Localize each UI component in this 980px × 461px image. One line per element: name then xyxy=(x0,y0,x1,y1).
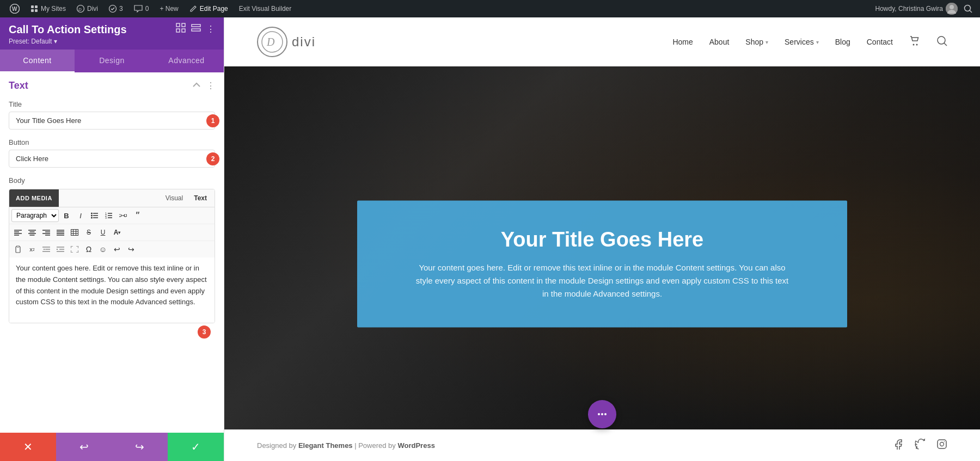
cta-module[interactable]: Your Title Goes Here Your content goes h… xyxy=(357,200,847,327)
editor-toolbar-row-3: x2 Ω ☺ ↩ ↪ xyxy=(9,241,215,257)
fab-button[interactable] xyxy=(588,400,616,428)
table-button[interactable] xyxy=(68,226,81,239)
exit-builder-item[interactable]: Exit Visual Builder xyxy=(234,0,297,17)
admin-avatar xyxy=(946,3,958,15)
svg-rect-4 xyxy=(31,9,34,12)
title-field-group: Title 1 xyxy=(0,96,224,134)
svg-point-68 xyxy=(604,413,607,415)
site-preview: D divi Home About Shop ▾ Services ▾ Blog… xyxy=(224,17,980,461)
indent-increase-button[interactable] xyxy=(54,243,67,256)
superscript-button[interactable]: x2 xyxy=(26,243,39,256)
button-input[interactable] xyxy=(9,150,215,168)
svg-text:3.: 3. xyxy=(105,216,107,219)
emoji-button[interactable]: ☺ xyxy=(96,243,109,256)
button-field-label: Button xyxy=(9,138,215,146)
divi-item[interactable]: D Divi xyxy=(71,0,103,17)
save-button[interactable]: ✓ xyxy=(168,433,224,461)
logo-circle: D xyxy=(257,27,287,57)
ordered-list-button[interactable]: 1.2.3. xyxy=(102,209,115,222)
site-search-icon[interactable] xyxy=(936,35,947,49)
undo-editor-button[interactable]: ↩ xyxy=(111,243,124,256)
tab-visual[interactable]: Visual xyxy=(160,192,188,204)
add-media-button[interactable]: ADD MEDIA xyxy=(9,189,59,207)
special-char-button[interactable]: Ω xyxy=(82,243,95,256)
fullscreen-editor-button[interactable] xyxy=(68,243,81,256)
new-label: + New xyxy=(160,5,178,13)
unordered-list-button[interactable] xyxy=(88,209,101,222)
title-input[interactable] xyxy=(9,112,215,130)
admin-bar-left: W My Sites D Divi 3 0 + New Edit Page Ex… xyxy=(4,0,875,17)
nav-contact[interactable]: Contact xyxy=(867,38,893,46)
svg-point-62 xyxy=(913,44,915,45)
svg-rect-15 xyxy=(176,29,180,32)
panel-preset[interactable]: Preset: Default ▾ xyxy=(9,38,127,45)
paste-text-button[interactable] xyxy=(11,243,24,256)
nav-services[interactable]: Services ▾ xyxy=(785,38,819,46)
text-color-button[interactable]: A▾ xyxy=(111,226,124,239)
site-logo: D divi xyxy=(257,27,316,57)
site-footer: Designed by Elegant Themes | Powered by … xyxy=(224,429,980,461)
tab-content[interactable]: Content xyxy=(0,50,75,72)
section-more-icon[interactable]: ⋮ xyxy=(206,81,215,91)
redo-editor-button[interactable]: ↪ xyxy=(125,243,138,256)
body-editor-content[interactable]: Your content goes here. Edit or remove t… xyxy=(9,257,215,323)
italic-button[interactable]: I xyxy=(74,209,87,222)
editor-toolbar-row-1: Paragraph B I 1.2.3. " xyxy=(9,207,215,224)
preset-label: Preset: Default xyxy=(9,38,52,45)
title-field-label: Title xyxy=(9,100,215,108)
undo-button[interactable]: ↩ xyxy=(56,433,112,461)
svg-text:W: W xyxy=(12,6,17,12)
nav-about[interactable]: About xyxy=(709,38,730,46)
blockquote-button[interactable]: " xyxy=(131,209,144,222)
divi-label: Divi xyxy=(87,5,98,13)
facebook-icon[interactable] xyxy=(893,439,904,452)
chevron-down-icon: ▾ xyxy=(54,38,57,45)
twitter-icon[interactable] xyxy=(915,439,926,452)
editor-toolbar-row-2: S U A▾ xyxy=(9,224,215,241)
comments-item[interactable]: 0 xyxy=(128,0,155,17)
more-options-icon[interactable]: ⋮ xyxy=(206,24,215,34)
updates-item[interactable]: 3 xyxy=(103,0,128,17)
tab-text[interactable]: Text xyxy=(188,192,212,204)
svg-line-12 xyxy=(970,10,972,13)
paragraph-select[interactable]: Paragraph xyxy=(11,209,59,222)
shop-dropdown-icon: ▾ xyxy=(765,39,768,45)
wp-logo-item[interactable]: W xyxy=(4,0,25,17)
edit-page-item[interactable]: Edit Page xyxy=(184,0,234,17)
my-sites-item[interactable]: My Sites xyxy=(25,0,71,17)
fullscreen-icon[interactable] xyxy=(176,23,186,35)
svg-point-63 xyxy=(916,44,918,45)
updates-label: 3 xyxy=(119,5,123,13)
cancel-button[interactable]: ✕ xyxy=(0,433,56,461)
svg-point-66 xyxy=(601,413,603,415)
instagram-icon[interactable] xyxy=(936,439,947,452)
strikethrough-button[interactable]: S xyxy=(82,226,95,239)
tab-design[interactable]: Design xyxy=(75,50,149,72)
align-left-button[interactable] xyxy=(11,226,24,239)
underline-button[interactable]: U xyxy=(96,226,109,239)
admin-search-icon[interactable] xyxy=(960,1,976,16)
footer-elegant: Elegant Themes xyxy=(298,441,353,450)
redo-button[interactable]: ↪ xyxy=(112,433,168,461)
collapse-icon[interactable] xyxy=(192,81,201,91)
align-right-button[interactable] xyxy=(40,226,53,239)
bold-button[interactable]: B xyxy=(60,209,73,222)
grid-view-icon[interactable] xyxy=(191,24,201,34)
align-center-button[interactable] xyxy=(26,226,39,239)
nav-home[interactable]: Home xyxy=(672,38,693,46)
new-item[interactable]: + New xyxy=(154,0,183,17)
body-section: Body ADD MEDIA Visual Text Paragraph xyxy=(0,172,224,343)
tab-advanced[interactable]: Advanced xyxy=(149,50,224,72)
svg-point-24 xyxy=(91,217,93,219)
footer-credit: Designed by Elegant Themes | Powered by … xyxy=(257,441,435,450)
align-justify-button[interactable] xyxy=(54,226,67,239)
howdy-text: Howdy, Christina Gwira xyxy=(875,5,943,13)
indent-decrease-button[interactable] xyxy=(40,243,53,256)
admin-bar-right: Howdy, Christina Gwira xyxy=(875,1,976,16)
nav-blog[interactable]: Blog xyxy=(835,38,850,46)
text-section-header: Text ⋮ xyxy=(0,72,224,96)
button-field-group: Button 2 xyxy=(0,134,224,172)
cart-icon[interactable] xyxy=(909,35,920,49)
link-button[interactable] xyxy=(117,209,130,222)
nav-shop[interactable]: Shop ▾ xyxy=(745,38,768,46)
